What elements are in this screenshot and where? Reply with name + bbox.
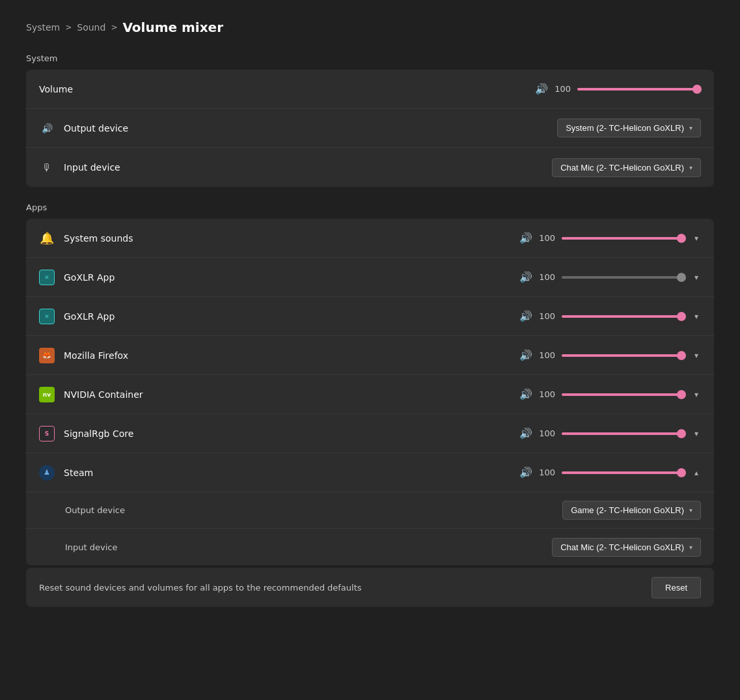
list-item: ✕ GoXLR App 🔊 100 ▾ [26,258,714,297]
goxlr-app-2-icon-badge: ✕ [39,309,55,324]
apps-card: 🔔 System sounds 🔊 100 ▾ [26,219,714,565]
system-card: Volume 🔊 100 🔊 Output device [26,70,714,187]
footer-bar: Reset sound devices and volumes for all … [26,568,714,607]
breadcrumb-current: Volume mixer [122,20,223,35]
volume-speaker-icon: 🔊 [535,83,548,95]
goxlr-app-1-slider[interactable] [562,271,685,284]
signalrgb-volume-value: 100 [539,428,555,438]
breadcrumb-sep-1: > [65,23,72,32]
goxlr-app-1-chevron-down-icon: ▾ [694,273,698,282]
system-sounds-slider-fill [562,237,685,240]
output-device-chevron-icon: ▾ [689,124,692,132]
system-sounds-slider-track [562,237,685,240]
volume-row: Volume 🔊 100 [26,70,714,109]
signalrgb-slider-fill [562,432,685,435]
breadcrumb-sep-2: > [111,23,117,32]
firefox-icon-badge: 🦊 [39,348,55,363]
system-sounds-expand-button[interactable]: ▾ [692,231,701,245]
steam-input-device-dropdown[interactable]: Chat Mic (2- TC-Helicon GoXLR) ▾ [552,538,701,557]
goxlr-app-1-icon: ✕ [39,270,55,285]
volume-slider-track [577,88,701,91]
nvidia-volume-controls: 🔊 100 [519,388,685,401]
firefox-chevron-down-icon: ▾ [694,351,698,360]
goxlr-app-1-speaker-icon: 🔊 [519,271,532,283]
signalrgb-volume-controls: 🔊 100 [519,427,685,440]
input-device-value: Chat Mic (2- TC-Helicon GoXLR) [560,163,684,173]
nvidia-slider-track [562,393,685,396]
volume-slider-thumb[interactable] [692,85,702,94]
footer-text: Reset sound devices and volumes for all … [39,583,362,593]
steam-volume-controls: 🔊 100 [519,466,685,479]
goxlr-app-1-expand-button[interactable]: ▾ [692,270,701,285]
goxlr-app-2-slider-track [562,315,685,318]
nvidia-volume-value: 100 [539,389,555,399]
page-container: System > Sound > Volume mixer System Vol… [0,0,740,626]
goxlr-app-1-slider-thumb[interactable] [677,273,686,282]
signalrgb-icon: S [39,426,55,441]
goxlr-app-2-icon: ✕ [39,309,55,324]
goxlr-app-1-label: GoXLR App [64,272,519,283]
steam-output-device-row: Output device Game (2- TC-Helicon GoXLR)… [26,492,714,529]
nvidia-expand-button[interactable]: ▾ [692,387,701,402]
breadcrumb-sound[interactable]: Sound [77,22,105,33]
signalrgb-slider[interactable] [562,427,685,440]
goxlr-app-2-volume-controls: 🔊 100 [519,310,685,323]
steam-slider-track [562,471,685,474]
output-device-label: Output device [64,123,557,133]
goxlr-app-1-slider-track [562,276,685,279]
steam-volume-value: 100 [539,468,555,477]
goxlr-app-2-chevron-down-icon: ▾ [694,312,698,321]
nvidia-slider-fill [562,393,685,396]
reset-button[interactable]: Reset [651,577,701,598]
goxlr-app-2-slider[interactable] [562,310,685,323]
output-device-icon: 🔊 [39,120,55,136]
volume-slider[interactable] [577,83,701,96]
firefox-slider-thumb[interactable] [677,351,686,360]
system-sounds-volume-value: 100 [539,233,555,243]
nvidia-speaker-icon: 🔊 [519,388,532,400]
input-device-chevron-icon: ▾ [689,164,692,171]
firefox-volume-value: 100 [539,350,555,360]
nvidia-label: NVIDIA Container [64,389,519,400]
firefox-label: Mozilla Firefox [64,350,519,361]
steam-expand-button[interactable]: ▴ [692,466,701,480]
goxlr-app-2-slider-thumb[interactable] [677,312,686,321]
system-sounds-icon: 🔔 [39,231,55,246]
input-device-dropdown[interactable]: Chat Mic (2- TC-Helicon GoXLR) ▾ [552,158,701,177]
list-item: 🔔 System sounds 🔊 100 ▾ [26,219,714,258]
volume-slider-fill [577,88,701,91]
goxlr-app-1-volume-controls: 🔊 100 [519,271,685,284]
system-section-label: System [26,53,714,63]
list-item: nv NVIDIA Container 🔊 100 ▾ [26,375,714,414]
steam-icon-badge: ♟ [39,465,55,481]
system-sounds-label: System sounds [64,233,519,244]
goxlr-app-2-expand-button[interactable]: ▾ [692,309,701,324]
apps-section-label: Apps [26,203,714,212]
nvidia-slider-thumb[interactable] [677,390,686,399]
steam-label: Steam [64,468,519,478]
nvidia-icon-badge: nv [39,387,55,402]
steam-slider-fill [562,471,685,474]
goxlr-app-1-volume-value: 100 [539,272,555,282]
output-device-dropdown[interactable]: System (2- TC-Helicon GoXLR) ▾ [557,119,701,137]
steam-output-chevron-icon: ▾ [689,507,692,514]
output-device-row: 🔊 Output device System (2- TC-Helicon Go… [26,109,714,148]
firefox-slider-track [562,354,685,357]
firefox-expand-button[interactable]: ▾ [692,348,701,363]
output-device-value: System (2- TC-Helicon GoXLR) [566,123,684,133]
steam-icon: ♟ [39,465,55,481]
steam-slider[interactable] [562,466,685,479]
breadcrumb-system[interactable]: System [26,22,60,33]
steam-slider-thumb[interactable] [677,468,686,477]
signalrgb-slider-thumb[interactable] [677,429,686,438]
goxlr-app-2-volume-value: 100 [539,311,555,321]
firefox-slider[interactable] [562,349,685,362]
signalrgb-expand-button[interactable]: ▾ [692,427,701,441]
system-sounds-slider-thumb[interactable] [677,234,686,243]
firefox-speaker-icon: 🔊 [519,349,532,361]
list-item: ✕ GoXLR App 🔊 100 ▾ [26,297,714,336]
goxlr-app-1-slider-fill [562,276,685,279]
steam-output-device-dropdown[interactable]: Game (2- TC-Helicon GoXLR) ▾ [562,501,701,520]
system-sounds-slider[interactable] [562,232,685,245]
nvidia-slider[interactable] [562,388,685,401]
